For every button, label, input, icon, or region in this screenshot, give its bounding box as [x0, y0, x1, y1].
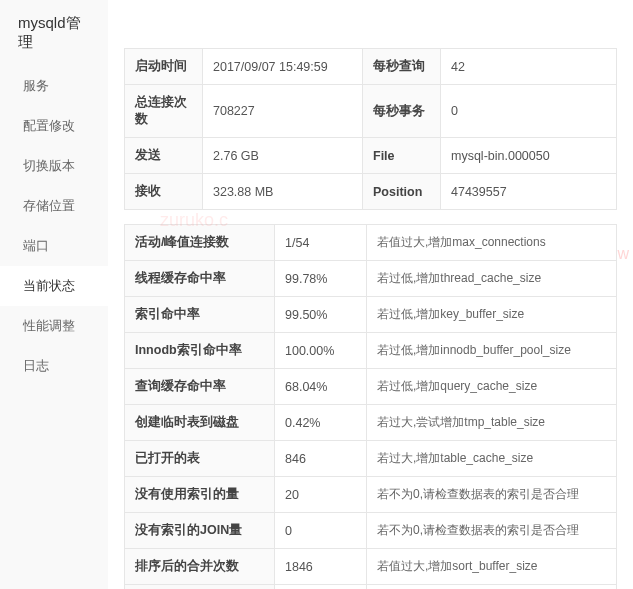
- sidebar-item-current-status[interactable]: 当前状态: [0, 266, 108, 306]
- sidebar-item-log[interactable]: 日志: [0, 346, 108, 386]
- status-hint: 若过低,增加thread_cache_size: [367, 261, 617, 297]
- status-hint: 若过低,增加innodb_buffer_pool_size: [367, 333, 617, 369]
- info-val: 2017/09/07 15:49:59: [203, 49, 363, 85]
- sidebar-item-port[interactable]: 端口: [0, 226, 108, 266]
- info-key: File: [363, 138, 441, 174]
- status-value: 68.04%: [275, 369, 367, 405]
- info-table: 启动时间 2017/09/07 15:49:59 每秒查询 42 总连接次数 7…: [124, 48, 617, 210]
- sidebar: mysqld管理 服务 配置修改 切换版本 存储位置 端口 当前状态 性能调整 …: [0, 0, 108, 589]
- table-row: 创建临时表到磁盘0.42%若过大,尝试增加tmp_table_size: [125, 405, 617, 441]
- sidebar-item-storage[interactable]: 存储位置: [0, 186, 108, 226]
- status-name: 线程缓存命中率: [125, 261, 275, 297]
- table-row: 查询缓存命中率68.04%若过低,增加query_cache_size: [125, 369, 617, 405]
- sidebar-item-label: 配置修改: [23, 118, 75, 133]
- status-hint: 若值过大,增加max_connections: [367, 225, 617, 261]
- info-val: 323.88 MB: [203, 174, 363, 210]
- status-hint: 若过大,增加table_cache_size: [367, 441, 617, 477]
- status-name: 创建临时表到磁盘: [125, 405, 275, 441]
- status-value: 1846: [275, 549, 367, 585]
- status-name: 已打开的表: [125, 441, 275, 477]
- info-key: 每秒事务: [363, 85, 441, 138]
- table-row: 排序后的合并次数1846若值过大,增加sort_buffer_size: [125, 549, 617, 585]
- table-row: 活动/峰值连接数1/54若值过大,增加max_connections: [125, 225, 617, 261]
- status-hint: 若不为0,请检查数据表的索引是否合理: [367, 513, 617, 549]
- table-row: 发送 2.76 GB File mysql-bin.000050: [125, 138, 617, 174]
- info-key: 启动时间: [125, 49, 203, 85]
- status-value: 9: [275, 585, 367, 590]
- status-value: 0.42%: [275, 405, 367, 441]
- table-row: 启动时间 2017/09/07 15:49:59 每秒查询 42: [125, 49, 617, 85]
- info-key: Position: [363, 174, 441, 210]
- sidebar-item-label: 端口: [23, 238, 49, 253]
- table-row: 索引命中率99.50%若过低,增加key_buffer_size: [125, 297, 617, 333]
- table-row: 线程缓存命中率99.78%若过低,增加thread_cache_size: [125, 261, 617, 297]
- status-value: 1/54: [275, 225, 367, 261]
- status-value: 20: [275, 477, 367, 513]
- sidebar-item-config[interactable]: 配置修改: [0, 106, 108, 146]
- status-hint: 若值过大,增加sort_buffer_size: [367, 549, 617, 585]
- info-val: 42: [441, 49, 617, 85]
- info-val: 2.76 GB: [203, 138, 363, 174]
- status-name: 没有索引的JOIN量: [125, 513, 275, 549]
- status-name: 查询缓存命中率: [125, 369, 275, 405]
- status-value: 99.50%: [275, 297, 367, 333]
- sidebar-item-label: 日志: [23, 358, 49, 373]
- sidebar-item-service[interactable]: 服务: [0, 66, 108, 106]
- status-value: 100.00%: [275, 333, 367, 369]
- table-row: 没有使用索引的量20若不为0,请检查数据表的索引是否合理: [125, 477, 617, 513]
- table-row: Innodb索引命中率100.00%若过低,增加innodb_buffer_po…: [125, 333, 617, 369]
- status-name: 没有使用索引的量: [125, 477, 275, 513]
- status-hint: 若过大,尝试增加tmp_table_size: [367, 405, 617, 441]
- table-row: 接收 323.88 MB Position 47439557: [125, 174, 617, 210]
- status-hint: 若不为0,请检查数据表的索引是否合理: [367, 477, 617, 513]
- sidebar-item-label: 切换版本: [23, 158, 75, 173]
- info-key: 每秒查询: [363, 49, 441, 85]
- sidebar-item-switch-version[interactable]: 切换版本: [0, 146, 108, 186]
- info-key: 总连接次数: [125, 85, 203, 138]
- status-hint: 若过低,增加key_buffer_size: [367, 297, 617, 333]
- status-name: 锁表次数: [125, 585, 275, 590]
- info-val: 47439557: [441, 174, 617, 210]
- info-val: 708227: [203, 85, 363, 138]
- table-row: 没有索引的JOIN量0若不为0,请检查数据表的索引是否合理: [125, 513, 617, 549]
- info-key: 接收: [125, 174, 203, 210]
- info-val: mysql-bin.000050: [441, 138, 617, 174]
- info-key: 发送: [125, 138, 203, 174]
- sidebar-item-label: 性能调整: [23, 318, 75, 333]
- status-name: 索引命中率: [125, 297, 275, 333]
- sidebar-item-performance[interactable]: 性能调整: [0, 306, 108, 346]
- status-name: 活动/峰值连接数: [125, 225, 275, 261]
- status-hint: 若过低,增加query_cache_size: [367, 369, 617, 405]
- status-hint: 若值过大,请考虑增加您的数据库性能: [367, 585, 617, 590]
- main-content: 启动时间 2017/09/07 15:49:59 每秒查询 42 总连接次数 7…: [108, 0, 633, 589]
- status-value: 99.78%: [275, 261, 367, 297]
- sidebar-title: mysqld管理: [0, 6, 108, 66]
- table-row: 锁表次数9若值过大,请考虑增加您的数据库性能: [125, 585, 617, 590]
- status-name: 排序后的合并次数: [125, 549, 275, 585]
- table-row: 总连接次数 708227 每秒事务 0: [125, 85, 617, 138]
- status-name: Innodb索引命中率: [125, 333, 275, 369]
- status-table: 活动/峰值连接数1/54若值过大,增加max_connections 线程缓存命…: [124, 224, 617, 589]
- status-value: 0: [275, 513, 367, 549]
- sidebar-item-label: 当前状态: [23, 278, 75, 293]
- info-val: 0: [441, 85, 617, 138]
- status-value: 846: [275, 441, 367, 477]
- sidebar-item-label: 存储位置: [23, 198, 75, 213]
- table-row: 已打开的表846若过大,增加table_cache_size: [125, 441, 617, 477]
- sidebar-item-label: 服务: [23, 78, 49, 93]
